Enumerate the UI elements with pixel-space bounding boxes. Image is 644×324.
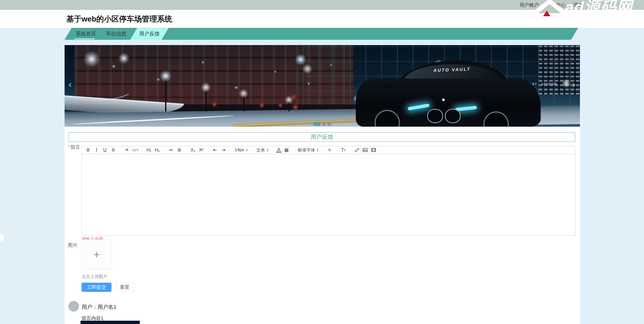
carousel-prev-arrow[interactable]: ‹ (69, 80, 72, 89)
required-mark: * (68, 144, 70, 150)
plus-icon: + (93, 249, 100, 260)
nav-tab-parking-info[interactable]: 车位信息 (97, 28, 135, 40)
picker-arrow-icon: ▴▾ (317, 148, 318, 152)
main-nav: 系统首页 车位信息 用户反馈 (65, 28, 578, 40)
carousel-indicators (314, 122, 331, 126)
carousel-indicator-2[interactable] (322, 122, 326, 126)
main-content: 用户反馈 *留言 B I U S ” </> H₁ H₂ ≔ ≣ X₂ X² ⇤… (65, 127, 580, 324)
strikethrough-icon[interactable]: S (110, 147, 116, 153)
nav-tab-feedback[interactable]: 用户反馈 (130, 28, 169, 40)
video-icon[interactable] (370, 147, 377, 153)
page-title: 基于web的小区停车场管理系统 (66, 10, 172, 28)
message-label: *留言 (68, 144, 80, 150)
form-buttons: 立即提交 重置 (82, 283, 134, 292)
topbar-link-logout[interactable]: 退出 (573, 2, 583, 8)
carousel-indicator-3[interactable] (327, 122, 331, 126)
hero-car: AUTO VAULT (356, 60, 541, 127)
code-icon[interactable]: </> (132, 147, 139, 153)
header1-icon[interactable]: H₁ (146, 147, 152, 153)
image-icon[interactable] (362, 147, 368, 153)
highlight-color-icon[interactable]: ▦ (283, 147, 290, 153)
comment-username: 用户：用户名1 (82, 303, 116, 311)
comment-avatar (68, 301, 79, 312)
section-title: 用户反馈 (311, 133, 333, 141)
submit-button[interactable]: 立即提交 (82, 283, 111, 292)
carousel-indicator-1[interactable] (314, 122, 320, 126)
indent-icon[interactable]: ⇥ (220, 147, 227, 153)
background-decoration-circle (0, 234, 4, 241)
italic-icon[interactable]: I (93, 147, 100, 153)
comment-image (81, 321, 140, 324)
rich-text-editor: B I U S ” </> H₁ H₂ ≔ ≣ X₂ X² ⇤ ⇥ 14px ▴… (82, 146, 575, 236)
bold-icon[interactable]: B (85, 147, 91, 153)
car-badge (441, 98, 445, 102)
picker-arrow-icon: ▴▾ (246, 148, 247, 152)
image-upload-box[interactable]: + (82, 240, 112, 270)
align-icon[interactable]: ≡ (326, 147, 333, 153)
topbar: 用户账户 个人中心 退出 (0, 0, 644, 10)
ordered-list-icon[interactable]: ≔ (168, 147, 174, 153)
reset-button[interactable]: 重置 (115, 283, 134, 292)
nav-tab-underline (74, 39, 95, 39)
topbar-link-account[interactable]: 用户账户 (520, 2, 539, 8)
editor-toolbar: B I U S ” </> H₁ H₂ ≔ ≣ X₂ X² ⇤ ⇥ 14px ▴… (82, 146, 575, 154)
outdent-icon[interactable]: ⇤ (212, 147, 218, 153)
subscript-icon[interactable]: X₂ (190, 147, 196, 153)
header2-icon[interactable]: H₂ (154, 147, 161, 153)
car-grille (445, 109, 461, 123)
car-grille (427, 109, 443, 123)
link-icon[interactable] (354, 147, 360, 153)
font-size-picker[interactable]: 14px ▴▾ (234, 147, 248, 153)
underline-icon[interactable]: U (102, 147, 108, 153)
carousel-next-arrow[interactable]: › (572, 80, 575, 89)
section-title-box: 用户反馈 (69, 132, 575, 142)
editor-content-area[interactable] (82, 154, 575, 236)
hero-carousel: SACRAMENTO VALLEY STATION AUTO VAULT ‹ › (65, 45, 580, 127)
site-header: 基于web的小区停车场管理系统 (0, 10, 644, 28)
superscript-icon[interactable]: X² (198, 147, 205, 153)
image-label: 图片 (68, 242, 77, 249)
font-family-picker[interactable]: 标准字体 ▴▾ (297, 147, 319, 153)
text-color-icon[interactable]: A (276, 147, 281, 153)
picker-arrow-icon: ▴▾ (267, 148, 268, 152)
topbar-link-profile[interactable]: 个人中心 (547, 2, 566, 8)
unordered-list-icon[interactable]: ≣ (176, 147, 183, 153)
topbar-links: 用户账户 个人中心 退出 (520, 0, 583, 10)
paragraph-style-picker[interactable]: 文本 ▴▾ (255, 147, 269, 153)
blockquote-icon[interactable]: ” (124, 147, 130, 153)
upload-hint: 点击上传图片 (82, 274, 107, 279)
clear-format-icon[interactable]: Tx (340, 147, 346, 153)
